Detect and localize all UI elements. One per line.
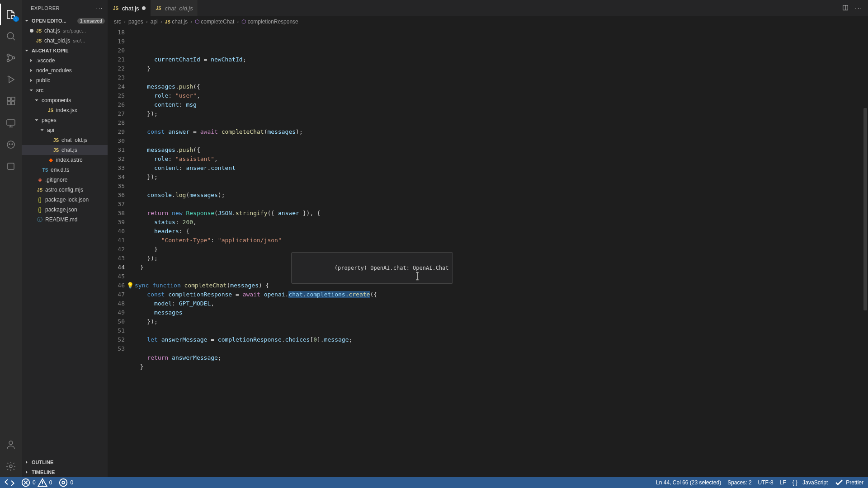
folder-item[interactable]: src xyxy=(22,85,108,95)
json-icon: {} xyxy=(36,197,43,203)
folder-item[interactable]: pages xyxy=(22,115,108,125)
line-gutter: 1819202122232425262728293031323334353637… xyxy=(108,27,133,477)
js-icon: JS xyxy=(35,38,42,43)
eol[interactable]: LF xyxy=(780,479,786,486)
file-item[interactable]: JSastro.config.mjs xyxy=(22,185,108,195)
file-item[interactable]: JSchat.js xyxy=(22,145,108,155)
minimap[interactable] xyxy=(862,27,868,477)
sidebar-title: EXPLORER xyxy=(31,5,60,11)
breadcrumb-segment[interactable]: ⬡ completionResponse xyxy=(241,19,298,25)
breadcrumb-segment[interactable]: ⬡ completeChat xyxy=(195,19,234,25)
js-icon: JS xyxy=(52,148,60,153)
folder-item[interactable]: public xyxy=(22,75,108,85)
activity-explorer[interactable]: 1 xyxy=(0,4,22,25)
info-icon: ⓘ xyxy=(36,216,43,224)
js-icon: JS xyxy=(112,6,119,11)
file-item[interactable]: {}package.json xyxy=(22,205,108,215)
chevron-icon xyxy=(28,87,34,94)
chevron-icon xyxy=(39,127,45,133)
json-icon: {} xyxy=(36,206,43,213)
activity-account[interactable] xyxy=(0,434,22,455)
svg-rect-7 xyxy=(12,97,15,100)
split-editor-icon[interactable] xyxy=(842,5,849,12)
activity-debug[interactable] xyxy=(0,69,22,90)
svg-point-1 xyxy=(7,54,9,56)
ts-icon: TS xyxy=(42,168,49,173)
activity-badge: 1 xyxy=(13,16,19,22)
svg-point-14 xyxy=(9,465,12,468)
svg-point-13 xyxy=(9,441,13,445)
js-icon: JS xyxy=(155,6,162,11)
file-item[interactable]: {}package-lock.json xyxy=(22,195,108,205)
activity-scm[interactable] xyxy=(0,47,22,69)
remote-indicator[interactable] xyxy=(5,478,14,488)
breadcrumb-segment[interactable]: JS chat.js xyxy=(165,19,188,25)
section-project[interactable]: AI-CHAT KOPIE xyxy=(22,46,108,56)
breadcrumb-segment[interactable]: src xyxy=(114,19,121,25)
svg-rect-12 xyxy=(8,163,14,169)
file-item[interactable]: JSchat_old.js xyxy=(22,135,108,145)
folder-item[interactable]: .vscode xyxy=(22,56,108,66)
indentation[interactable]: Spaces: 2 xyxy=(727,479,751,486)
activity-extensions[interactable] xyxy=(0,90,22,112)
svg-rect-6 xyxy=(11,102,14,105)
more-actions-icon[interactable]: ··· xyxy=(855,5,863,12)
unsaved-badge: 1 unsaved xyxy=(77,18,105,24)
file-item[interactable]: TSenv.d.ts xyxy=(22,165,108,175)
activity-remote[interactable] xyxy=(0,112,22,134)
file-item[interactable]: JSindex.jsx xyxy=(22,105,108,115)
problems-indicator[interactable]: 0 0 xyxy=(21,478,52,488)
file-item[interactable]: ⓘREADME.md xyxy=(22,215,108,225)
code-editor[interactable]: currentChatId = newChatId; } messages.pu… xyxy=(133,27,862,477)
editor-tab[interactable]: JSchat_old.js xyxy=(151,0,198,16)
svg-point-11 xyxy=(12,144,13,145)
file-item[interactable]: ◆index.astro xyxy=(22,155,108,165)
chevron-icon xyxy=(28,67,34,74)
language-mode[interactable]: { } JavaScript xyxy=(793,479,828,486)
encoding[interactable]: UTF-8 xyxy=(758,479,774,486)
open-editor-item[interactable]: JSchat_old.jssrc/... xyxy=(22,36,108,46)
folder-item[interactable]: components xyxy=(22,95,108,105)
unsaved-dot-icon xyxy=(142,6,146,10)
explorer-sidebar: EXPLORER ··· OPEN EDITO... 1 unsaved JSc… xyxy=(22,0,108,477)
folder-item[interactable]: api xyxy=(22,125,108,135)
editor-tabs: JSchat.jsJSchat_old.js ··· xyxy=(108,0,868,16)
section-timeline[interactable]: TIMELINE xyxy=(22,467,108,477)
activity-search[interactable] xyxy=(0,25,22,47)
svg-rect-8 xyxy=(7,120,15,125)
breadcrumb-segment[interactable]: pages xyxy=(128,19,143,25)
svg-rect-5 xyxy=(7,102,10,105)
prettier-status[interactable]: Prettier xyxy=(834,478,863,488)
astro-icon: ◆ xyxy=(47,157,54,163)
activity-settings[interactable] xyxy=(0,455,22,477)
activity-custom[interactable] xyxy=(0,155,22,177)
sidebar-header: EXPLORER ··· xyxy=(22,0,108,16)
more-icon[interactable]: ··· xyxy=(96,5,103,11)
breadcrumb-segment[interactable]: api xyxy=(151,19,158,25)
open-editor-item[interactable]: JSchat.jssrc/page... xyxy=(22,26,108,36)
svg-point-0 xyxy=(7,33,14,39)
activity-copilot[interactable] xyxy=(0,134,22,155)
svg-point-18 xyxy=(62,481,65,484)
svg-point-17 xyxy=(60,479,67,487)
activity-bar: 1 xyxy=(0,0,22,477)
folder-item[interactable]: node_modules xyxy=(22,66,108,75)
status-bar: 0 0 0 Ln 44, Col 66 (23 selected) Spaces… xyxy=(0,477,868,488)
js-icon: JS xyxy=(47,108,54,113)
cursor-position[interactable]: Ln 44, Col 66 (23 selected) xyxy=(656,479,721,486)
section-open-editors[interactable]: OPEN EDITO... 1 unsaved xyxy=(22,16,108,26)
svg-point-9 xyxy=(7,141,14,148)
svg-point-3 xyxy=(13,57,15,59)
js-icon: JS xyxy=(36,188,43,192)
file-item[interactable]: ◈.gitignore xyxy=(22,175,108,185)
svg-point-10 xyxy=(9,144,10,145)
breadcrumb[interactable]: src›pages›api›JS chat.js›⬡ completeChat›… xyxy=(108,16,868,27)
js-icon: JS xyxy=(35,28,42,33)
chevron-icon xyxy=(28,57,34,64)
editor-tab[interactable]: JSchat.js xyxy=(108,0,151,16)
svg-rect-4 xyxy=(7,98,10,101)
ports-indicator[interactable]: 0 xyxy=(58,478,73,488)
chevron-icon xyxy=(28,77,34,84)
section-outline[interactable]: OUTLINE xyxy=(22,457,108,467)
chevron-icon xyxy=(33,97,40,103)
